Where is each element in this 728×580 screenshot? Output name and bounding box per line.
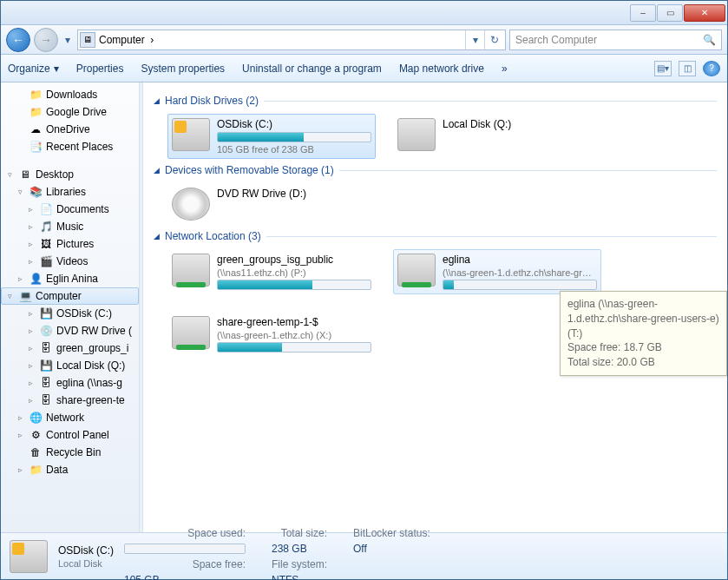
close-button[interactable]: ✕ [684, 4, 725, 22]
drive-item[interactable]: Local Disk (Q:) [393, 114, 601, 159]
tree-item[interactable]: ▹💿DVD RW Drive ( [1, 322, 139, 339]
minimize-button[interactable]: – [630, 4, 656, 22]
expander-icon[interactable]: ▹ [25, 379, 36, 387]
tree-label: eglina (\\nas-g [56, 377, 122, 389]
tooltip-line: Space free: 18.7 GB [567, 340, 719, 355]
tree-item[interactable]: ▹📁Data [1, 461, 139, 478]
tree-item[interactable]: ▹💾Local Disk (Q:) [1, 357, 139, 374]
tree-item[interactable]: ▹🗄share-green-te [1, 392, 139, 409]
status-progress [124, 544, 246, 554]
nav-back-button[interactable]: ← [6, 28, 30, 52]
folder-icon: 📁 [29, 88, 43, 102]
uninstall-button[interactable]: Uninstall or change a program [242, 63, 382, 75]
expander-icon[interactable]: ▹ [15, 274, 25, 283]
drive-item[interactable]: share-green-temp-1-$(\\nas-green-1.ethz.… [167, 312, 376, 357]
tree-item[interactable]: 🗑Recycle Bin [1, 444, 139, 461]
expander-icon[interactable]: ▹ [25, 222, 36, 231]
nav-tree[interactable]: 📁Downloads📁Google Drive☁OneDrive📑Recent … [1, 82, 140, 532]
tree-label: Videos [56, 255, 88, 267]
drive-icon [172, 188, 210, 221]
tree-item[interactable]: 📑Recent Places [1, 138, 139, 155]
search-placeholder: Search Computer [515, 34, 597, 46]
tree-item[interactable]: 📁Downloads [1, 86, 139, 103]
status-title: OSDisk (C:) [58, 544, 114, 557]
expander-icon[interactable]: ▹ [25, 361, 36, 370]
group-header[interactable]: ◢Network Location (3) [154, 230, 717, 242]
search-input[interactable]: Search Computer 🔍 [509, 30, 722, 50]
address-bar[interactable]: 🖥 Computer › ▾ ↻ [77, 30, 506, 50]
tree-label: Data [46, 464, 68, 476]
tree-label: Computer [36, 290, 82, 302]
expander-icon[interactable]: ▿ [4, 170, 15, 179]
drive-item[interactable]: eglina(\\nas-green-1.d.ethz.ch\share-gr… [393, 249, 601, 294]
tree-item[interactable]: ▹🌐Network [1, 409, 139, 426]
tree-item[interactable]: ▹🖼Pictures [1, 235, 139, 253]
expander-icon[interactable]: ▹ [25, 240, 36, 248]
organize-button[interactable]: Organize ▾ [8, 63, 59, 75]
tree-item[interactable]: ▿💻Computer [1, 287, 139, 305]
help-button[interactable]: ? [703, 61, 720, 76]
tree-item[interactable]: ▹💾OSDisk (C:) [1, 305, 139, 322]
tree-item[interactable]: ▹📄Documents [1, 201, 139, 218]
tree-label: OneDrive [46, 123, 90, 135]
group-header[interactable]: ◢Devices with Removable Storage (1) [154, 164, 717, 176]
tree-item[interactable]: ▹👤Eglin Anina [1, 270, 139, 287]
cpanel-icon: ⚙ [29, 428, 43, 442]
music-icon: 🎵 [39, 220, 53, 234]
refresh-button[interactable]: ↻ [484, 30, 503, 49]
tree-label: Desktop [36, 168, 74, 181]
expander-icon[interactable]: ▹ [15, 413, 25, 422]
toolbar-overflow[interactable]: » [502, 63, 508, 75]
system-properties-button[interactable]: System properties [141, 63, 225, 75]
properties-button[interactable]: Properties [76, 63, 124, 75]
expander-icon[interactable]: ▹ [25, 344, 36, 353]
user-icon: 👤 [29, 272, 43, 286]
map-drive-button[interactable]: Map network drive [399, 63, 484, 75]
drive-item[interactable]: DVD RW Drive (D:) [167, 183, 376, 225]
expander-icon[interactable]: ▹ [25, 257, 36, 266]
main-pane[interactable]: ◢Hard Disk Drives (2)OSDisk (C:)105 GB f… [143, 82, 727, 532]
maximize-button[interactable]: ▭ [657, 4, 683, 22]
folder-icon: 📁 [29, 463, 43, 477]
tree-label: Control Panel [46, 429, 109, 441]
group-header[interactable]: ◢Hard Disk Drives (2) [154, 95, 717, 107]
expander-icon[interactable]: ▹ [15, 465, 25, 474]
space-progress [217, 342, 371, 353]
nav-forward-button[interactable]: → [34, 28, 58, 52]
preview-pane-button[interactable]: ◫ [679, 61, 696, 76]
drive-item[interactable]: green_groups_isg_public(\\nas11.ethz.ch)… [167, 249, 376, 294]
collapse-icon[interactable]: ◢ [154, 232, 160, 241]
computer-icon: 🖥 [80, 32, 95, 48]
expander-icon[interactable]: ▹ [15, 431, 25, 439]
drive-name: Local Disk (Q:) [443, 118, 597, 130]
view-options-button[interactable]: ▤▾ [654, 61, 672, 76]
tree-item[interactable]: ▹🗄eglina (\\nas-g [1, 374, 139, 392]
tree-item[interactable]: ▹🗄green_groups_i [1, 339, 139, 357]
drive-subtext: 105 GB free of 238 GB [217, 144, 371, 155]
expander-icon[interactable]: ▹ [25, 326, 36, 335]
expander-icon[interactable]: ▿ [4, 292, 15, 300]
expander-icon[interactable]: ▹ [25, 205, 36, 214]
net-icon: 🗄 [39, 341, 53, 355]
expander-icon[interactable]: ▹ [25, 396, 36, 405]
drive-item[interactable]: OSDisk (C:)105 GB free of 238 GB [167, 114, 376, 159]
tree-item[interactable]: ▹🎵Music [1, 218, 139, 235]
tree-label: Google Drive [46, 106, 107, 118]
expander-icon[interactable]: ▿ [15, 188, 25, 196]
collapse-icon[interactable]: ◢ [154, 96, 160, 105]
tree-item[interactable]: ▿📚Libraries [1, 183, 139, 201]
drive-name: share-green-temp-1-$ [217, 316, 371, 328]
breadcrumb[interactable]: Computer › [99, 34, 462, 46]
expander-icon[interactable]: ▹ [25, 309, 36, 318]
tree-label: OSDisk (C:) [56, 307, 112, 320]
status-subtitle: Local Disk [58, 558, 114, 569]
collapse-icon[interactable]: ◢ [154, 166, 160, 175]
nav-history-dropdown[interactable]: ▾ [62, 32, 74, 48]
tree-item[interactable]: ▹⚙Control Panel [1, 426, 139, 444]
tree-item[interactable]: ☁OneDrive [1, 121, 139, 138]
tree-item[interactable]: ▿🖥Desktop [1, 166, 139, 183]
tooltip: eglina (\\nas-green-1.d.ethz.ch\share-gr… [560, 291, 727, 376]
tree-item[interactable]: ▹🎬Videos [1, 253, 139, 270]
address-dropdown[interactable]: ▾ [465, 30, 484, 49]
tree-item[interactable]: 📁Google Drive [1, 103, 139, 121]
